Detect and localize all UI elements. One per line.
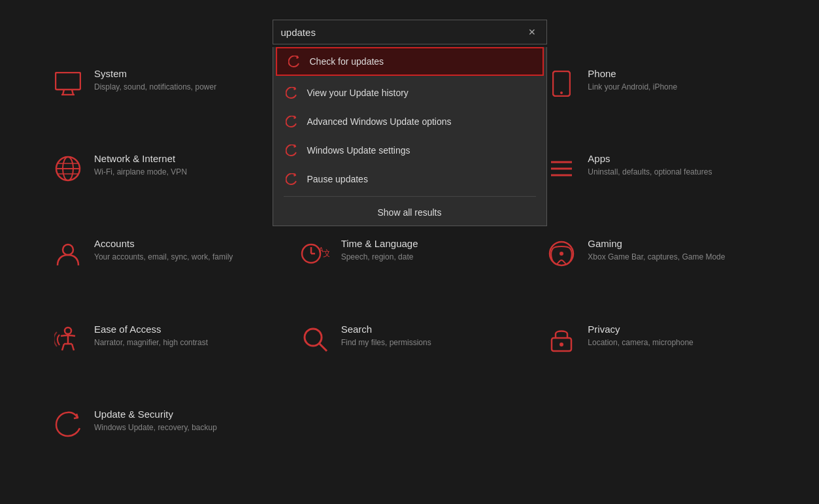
- apps-icon: [546, 153, 577, 184]
- monitor-icon: [52, 68, 84, 99]
- search-overlay: ✕ Check for updates View your Update his…: [273, 20, 547, 226]
- settings-subtitle-system: Display, sound, notifications, power: [94, 82, 216, 93]
- settings-item-search[interactable]: Search Find my files, permissions: [286, 308, 533, 393]
- settings-item-privacy[interactable]: Privacy Location, camera, microphone: [533, 308, 780, 393]
- settings-subtitle-accounts: Your accounts, email, sync, work, family: [94, 252, 233, 263]
- settings-item-apps[interactable]: Apps Uninstall, defaults, optional featu…: [533, 137, 780, 222]
- settings-subtitle-ease-of-access: Narrator, magnifier, high contrast: [94, 337, 208, 348]
- svg-rect-0: [56, 73, 80, 90]
- settings-text-apps: Apps Uninstall, defaults, optional featu…: [588, 153, 712, 178]
- settings-text-search: Search Find my files, permissions: [341, 324, 431, 348]
- settings-title-update-security: Update & Security: [94, 409, 217, 420]
- lock-icon: [546, 324, 577, 355]
- settings-item-empty3: [286, 393, 533, 478]
- settings-subtitle-phone: Link your Android, iPhone: [588, 82, 677, 93]
- result-label-update-settings: Windows Update settings: [307, 145, 410, 156]
- settings-text-privacy: Privacy Location, camera, microphone: [588, 324, 693, 348]
- settings-text-accounts: Accounts Your accounts, email, sync, wor…: [94, 238, 233, 263]
- settings-subtitle-time-language: Speech, region, date: [341, 252, 418, 263]
- search-divider: [284, 196, 536, 197]
- svg-point-21: [560, 252, 563, 256]
- settings-text-update-security: Update & Security Windows Update, recove…: [94, 409, 217, 433]
- settings-subtitle-update-security: Windows Update, recovery, backup: [94, 422, 217, 433]
- settings-title-gaming: Gaming: [588, 238, 725, 249]
- settings-text-network: Network & Internet Wi-Fi, airplane mode,…: [94, 153, 187, 178]
- svg-point-14: [63, 244, 73, 255]
- refresh-icon-0: [286, 54, 302, 69]
- settings-item-empty4: [533, 393, 780, 478]
- settings-item-time-language[interactable]: A 文 Time & Language Speech, region, date: [286, 222, 533, 307]
- refresh-icon-1: [284, 85, 299, 101]
- settings-item-phone[interactable]: Phone Link your Android, iPhone: [533, 52, 780, 137]
- settings-item-network[interactable]: Network & Internet Wi-Fi, airplane mode,…: [39, 137, 286, 222]
- result-label-advanced-options: Advanced Windows Update options: [307, 116, 452, 127]
- svg-point-26: [560, 343, 563, 346]
- refresh-icon-2: [284, 114, 299, 129]
- settings-title-apps: Apps: [588, 153, 712, 164]
- search-icon: [299, 324, 331, 355]
- svg-point-22: [65, 328, 71, 334]
- result-label-view-history: View your Update history: [307, 88, 409, 98]
- search-result-view-history[interactable]: View your Update history: [273, 78, 546, 107]
- refresh-icon-4: [284, 171, 299, 187]
- result-label-pause-updates: Pause updates: [307, 174, 368, 184]
- clear-button[interactable]: ✕: [526, 25, 539, 39]
- search-result-pause-updates[interactable]: Pause updates: [273, 165, 546, 193]
- ease-icon: [52, 324, 84, 355]
- person-icon: [52, 238, 84, 269]
- settings-title-network: Network & Internet: [94, 153, 187, 164]
- xbox-icon: [546, 238, 577, 269]
- settings-item-accounts[interactable]: Accounts Your accounts, email, sync, wor…: [39, 222, 286, 307]
- settings-title-time-language: Time & Language: [341, 238, 418, 249]
- settings-item-ease-of-access[interactable]: Ease of Access Narrator, magnifier, high…: [39, 308, 286, 393]
- settings-title-system: System: [94, 68, 216, 79]
- settings-subtitle-network: Wi-Fi, airplane mode, VPN: [94, 167, 187, 178]
- search-box: ✕: [273, 20, 547, 44]
- globe-icon: [52, 153, 84, 184]
- search-input[interactable]: [281, 27, 526, 38]
- settings-subtitle-search: Find my files, permissions: [341, 337, 431, 348]
- result-label-check-updates: Check for updates: [310, 56, 384, 67]
- settings-subtitle-gaming: Xbox Game Bar, captures, Game Mode: [588, 252, 725, 263]
- svg-line-24: [319, 343, 327, 351]
- settings-title-search: Search: [341, 324, 431, 335]
- settings-item-update-security[interactable]: Update & Security Windows Update, recove…: [39, 393, 286, 478]
- phone-icon: [546, 68, 577, 99]
- settings-title-phone: Phone: [588, 68, 677, 79]
- svg-text:文: 文: [323, 248, 329, 258]
- settings-text-gaming: Gaming Xbox Game Bar, captures, Game Mod…: [588, 238, 725, 263]
- refresh-icon-3: [284, 143, 299, 158]
- search-result-advanced-options[interactable]: Advanced Windows Update options: [273, 107, 546, 136]
- settings-subtitle-privacy: Location, camera, microphone: [588, 337, 693, 348]
- search-result-check-updates[interactable]: Check for updates: [276, 47, 544, 76]
- settings-text-ease-of-access: Ease of Access Narrator, magnifier, high…: [94, 324, 208, 348]
- update-icon: [52, 409, 84, 440]
- search-result-update-settings[interactable]: Windows Update settings: [273, 136, 546, 165]
- settings-text-phone: Phone Link your Android, iPhone: [588, 68, 677, 93]
- settings-text-system: System Display, sound, notifications, po…: [94, 68, 216, 93]
- settings-title-ease-of-access: Ease of Access: [94, 324, 208, 335]
- svg-point-5: [560, 92, 563, 94]
- settings-subtitle-apps: Uninstall, defaults, optional features: [588, 167, 712, 178]
- settings-text-time-language: Time & Language Speech, region, date: [341, 238, 418, 263]
- settings-item-system[interactable]: System Display, sound, notifications, po…: [39, 52, 286, 137]
- show-all-results-button[interactable]: Show all results: [273, 199, 546, 226]
- settings-item-gaming[interactable]: Gaming Xbox Game Bar, captures, Game Mod…: [533, 222, 780, 307]
- settings-title-privacy: Privacy: [588, 324, 693, 335]
- search-dropdown: Check for updates View your Update histo…: [273, 47, 547, 226]
- settings-title-accounts: Accounts: [94, 238, 233, 249]
- time-language-icon: A 文: [299, 238, 331, 269]
